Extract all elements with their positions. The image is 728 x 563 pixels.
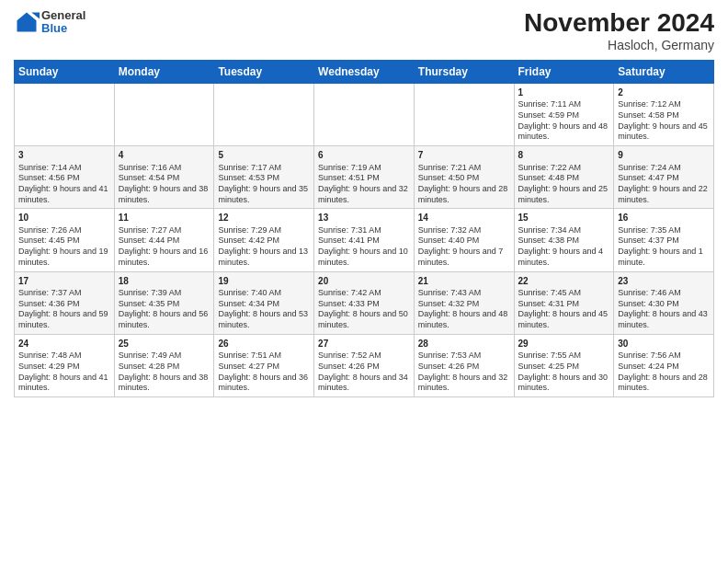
calendar-week-0: 1Sunrise: 7:11 AM Sunset: 4:59 PM Daylig… [15, 83, 714, 145]
day-info: Sunrise: 7:34 AM Sunset: 4:38 PM Dayligh… [518, 225, 610, 269]
calendar-week-3: 17Sunrise: 7:37 AM Sunset: 4:36 PM Dayli… [15, 271, 714, 334]
calendar-cell: 12Sunrise: 7:29 AM Sunset: 4:42 PM Dayli… [214, 209, 314, 271]
calendar-cell: 26Sunrise: 7:51 AM Sunset: 4:27 PM Dayli… [214, 334, 314, 396]
day-info: Sunrise: 7:53 AM Sunset: 4:26 PM Dayligh… [418, 350, 510, 394]
day-number: 1 [518, 86, 610, 99]
logo: General Blue [14, 9, 85, 36]
header-row: Sunday Monday Tuesday Wednesday Thursday… [15, 60, 714, 83]
day-info: Sunrise: 7:55 AM Sunset: 4:25 PM Dayligh… [518, 350, 610, 394]
day-number: 27 [318, 338, 410, 350]
calendar-cell [414, 83, 514, 145]
calendar-cell: 15Sunrise: 7:34 AM Sunset: 4:38 PM Dayli… [514, 209, 614, 271]
day-info: Sunrise: 7:12 AM Sunset: 4:58 PM Dayligh… [618, 99, 710, 143]
day-info: Sunrise: 7:37 AM Sunset: 4:36 PM Dayligh… [18, 288, 110, 331]
day-info: Sunrise: 7:27 AM Sunset: 4:44 PM Dayligh… [119, 225, 210, 269]
col-tuesday: Tuesday [214, 60, 314, 83]
day-number: 29 [518, 338, 610, 350]
day-number: 17 [18, 275, 110, 288]
calendar-cell: 13Sunrise: 7:31 AM Sunset: 4:41 PM Dayli… [314, 209, 415, 271]
day-number: 30 [618, 338, 710, 350]
day-number: 3 [18, 149, 110, 162]
day-number: 15 [518, 212, 610, 224]
calendar-cell: 4Sunrise: 7:16 AM Sunset: 4:54 PM Daylig… [114, 146, 214, 209]
day-number: 23 [618, 275, 710, 288]
day-number: 22 [518, 275, 610, 288]
calendar-cell: 25Sunrise: 7:49 AM Sunset: 4:28 PM Dayli… [114, 334, 214, 396]
header: General Blue November 2024 Hasloch, Germ… [14, 9, 714, 52]
day-info: Sunrise: 7:21 AM Sunset: 4:50 PM Dayligh… [418, 163, 510, 206]
calendar-cell: 14Sunrise: 7:32 AM Sunset: 4:40 PM Dayli… [414, 209, 514, 271]
calendar-week-4: 24Sunrise: 7:48 AM Sunset: 4:29 PM Dayli… [15, 334, 714, 396]
calendar-cell: 22Sunrise: 7:45 AM Sunset: 4:31 PM Dayli… [514, 271, 614, 334]
day-info: Sunrise: 7:48 AM Sunset: 4:29 PM Dayligh… [18, 350, 110, 394]
svg-marker-0 [17, 13, 37, 32]
day-number: 18 [119, 275, 210, 288]
day-number: 16 [618, 212, 710, 224]
calendar-cell: 1Sunrise: 7:11 AM Sunset: 4:59 PM Daylig… [514, 83, 614, 145]
logo-blue: Blue [41, 22, 85, 35]
day-info: Sunrise: 7:31 AM Sunset: 4:41 PM Dayligh… [318, 225, 410, 269]
day-info: Sunrise: 7:32 AM Sunset: 4:40 PM Dayligh… [418, 225, 510, 269]
main-container: General Blue November 2024 Hasloch, Germ… [0, 0, 728, 402]
day-info: Sunrise: 7:26 AM Sunset: 4:45 PM Dayligh… [18, 225, 110, 269]
calendar-body: 1Sunrise: 7:11 AM Sunset: 4:59 PM Daylig… [15, 83, 714, 396]
calendar-week-2: 10Sunrise: 7:26 AM Sunset: 4:45 PM Dayli… [15, 209, 714, 271]
calendar-cell: 21Sunrise: 7:43 AM Sunset: 4:32 PM Dayli… [414, 271, 514, 334]
day-number: 19 [218, 275, 310, 288]
calendar-cell: 19Sunrise: 7:40 AM Sunset: 4:34 PM Dayli… [214, 271, 314, 334]
calendar-cell: 16Sunrise: 7:35 AM Sunset: 4:37 PM Dayli… [614, 209, 714, 271]
day-number: 9 [618, 149, 710, 162]
calendar-cell [15, 83, 115, 145]
col-friday: Friday [514, 60, 614, 83]
calendar-cell: 2Sunrise: 7:12 AM Sunset: 4:58 PM Daylig… [614, 83, 714, 145]
day-number: 24 [18, 338, 110, 350]
title-section: November 2024 Hasloch, Germany [524, 9, 714, 52]
location: Hasloch, Germany [524, 38, 714, 52]
day-info: Sunrise: 7:14 AM Sunset: 4:56 PM Dayligh… [18, 163, 110, 206]
day-number: 5 [218, 149, 310, 162]
calendar-cell: 24Sunrise: 7:48 AM Sunset: 4:29 PM Dayli… [15, 334, 115, 396]
calendar-cell: 8Sunrise: 7:22 AM Sunset: 4:48 PM Daylig… [514, 146, 614, 209]
calendar-cell: 23Sunrise: 7:46 AM Sunset: 4:30 PM Dayli… [614, 271, 714, 334]
day-number: 4 [119, 149, 210, 162]
calendar-table: Sunday Monday Tuesday Wednesday Thursday… [14, 60, 714, 397]
col-thursday: Thursday [414, 60, 514, 83]
day-info: Sunrise: 7:40 AM Sunset: 4:34 PM Dayligh… [218, 288, 310, 331]
day-number: 10 [18, 212, 110, 224]
calendar-cell: 17Sunrise: 7:37 AM Sunset: 4:36 PM Dayli… [15, 271, 115, 334]
day-info: Sunrise: 7:42 AM Sunset: 4:33 PM Dayligh… [318, 288, 410, 331]
month-title: November 2024 [524, 9, 714, 38]
col-saturday: Saturday [614, 60, 714, 83]
day-number: 12 [218, 212, 310, 224]
day-info: Sunrise: 7:19 AM Sunset: 4:51 PM Dayligh… [318, 163, 410, 206]
day-number: 6 [318, 149, 410, 162]
calendar-cell: 28Sunrise: 7:53 AM Sunset: 4:26 PM Dayli… [414, 334, 514, 396]
logo-text: General Blue [41, 9, 85, 36]
calendar-cell: 9Sunrise: 7:24 AM Sunset: 4:47 PM Daylig… [614, 146, 714, 209]
col-sunday: Sunday [15, 60, 115, 83]
day-info: Sunrise: 7:35 AM Sunset: 4:37 PM Dayligh… [618, 225, 710, 269]
day-number: 26 [218, 338, 310, 350]
day-number: 7 [418, 149, 510, 162]
day-number: 25 [119, 338, 210, 350]
calendar-cell: 27Sunrise: 7:52 AM Sunset: 4:26 PM Dayli… [314, 334, 415, 396]
day-number: 28 [418, 338, 510, 350]
day-info: Sunrise: 7:49 AM Sunset: 4:28 PM Dayligh… [119, 350, 210, 394]
calendar-cell: 7Sunrise: 7:21 AM Sunset: 4:50 PM Daylig… [414, 146, 514, 209]
day-info: Sunrise: 7:39 AM Sunset: 4:35 PM Dayligh… [119, 288, 210, 331]
calendar-cell: 29Sunrise: 7:55 AM Sunset: 4:25 PM Dayli… [514, 334, 614, 396]
logo-icon [14, 9, 40, 35]
calendar-cell: 6Sunrise: 7:19 AM Sunset: 4:51 PM Daylig… [314, 146, 415, 209]
day-info: Sunrise: 7:17 AM Sunset: 4:53 PM Dayligh… [218, 163, 310, 206]
calendar-cell: 10Sunrise: 7:26 AM Sunset: 4:45 PM Dayli… [15, 209, 115, 271]
calendar-cell: 20Sunrise: 7:42 AM Sunset: 4:33 PM Dayli… [314, 271, 415, 334]
col-wednesday: Wednesday [314, 60, 415, 83]
day-number: 13 [318, 212, 410, 224]
calendar-cell: 30Sunrise: 7:56 AM Sunset: 4:24 PM Dayli… [614, 334, 714, 396]
day-info: Sunrise: 7:24 AM Sunset: 4:47 PM Dayligh… [618, 163, 710, 206]
day-info: Sunrise: 7:22 AM Sunset: 4:48 PM Dayligh… [518, 163, 610, 206]
day-info: Sunrise: 7:11 AM Sunset: 4:59 PM Dayligh… [518, 99, 610, 143]
day-info: Sunrise: 7:43 AM Sunset: 4:32 PM Dayligh… [418, 288, 510, 331]
day-info: Sunrise: 7:45 AM Sunset: 4:31 PM Dayligh… [518, 288, 610, 331]
day-info: Sunrise: 7:51 AM Sunset: 4:27 PM Dayligh… [218, 350, 310, 394]
